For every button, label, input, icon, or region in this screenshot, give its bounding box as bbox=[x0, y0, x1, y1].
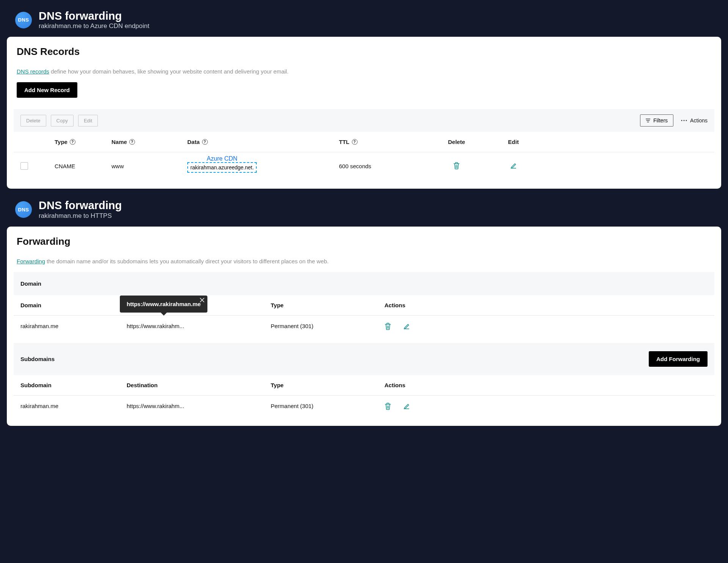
domain-row: rakirahman.me https://www.rakirahm... Pe… bbox=[14, 316, 714, 337]
delete-subforward-button[interactable] bbox=[384, 402, 391, 410]
toolbar-edit-button[interactable]: Edit bbox=[78, 115, 98, 127]
domain-type: Permanent (301) bbox=[271, 323, 384, 329]
domain-dest: https://www.rakirahm... bbox=[127, 323, 271, 329]
col-data: Data bbox=[187, 139, 200, 145]
actions-menu[interactable]: Actions bbox=[681, 117, 708, 124]
records-toolbar: Delete Copy Edit Filters Actions bbox=[14, 109, 714, 132]
trash-icon bbox=[453, 162, 460, 169]
add-new-record-button[interactable]: Add New Record bbox=[17, 82, 77, 98]
domain-value: rakirahman.me bbox=[20, 323, 127, 329]
col-fwd-actions: Actions bbox=[384, 302, 708, 308]
tooltip-close-button[interactable] bbox=[200, 298, 204, 302]
col-sub-type: Type bbox=[271, 382, 384, 388]
section-domain-label: Domain bbox=[20, 280, 41, 287]
edit-row-button[interactable] bbox=[510, 162, 517, 169]
col-fwd-type: Type bbox=[271, 302, 384, 308]
card1-intro: DNS records define how your domain behav… bbox=[17, 68, 714, 75]
section-subdomains-label: Subdomains bbox=[20, 356, 55, 362]
row-data-box: Azure CDN rakirahman.azureedge.net. bbox=[187, 162, 257, 173]
row-type: CNAME bbox=[55, 163, 111, 169]
dns-records-link[interactable]: DNS records bbox=[17, 68, 49, 75]
section-subdomains-header: Subdomains Add Forwarding bbox=[14, 343, 714, 375]
page-header-2: DNS DNS forwarding rakirahman.me to HTTP… bbox=[7, 196, 721, 226]
add-forwarding-button[interactable]: Add Forwarding bbox=[649, 351, 708, 367]
filters-button[interactable]: Filters bbox=[640, 114, 673, 127]
card2-title: Forwarding bbox=[17, 236, 714, 247]
forwarding-card: Forwarding Forwarding the domain name an… bbox=[7, 227, 721, 426]
help-icon[interactable]: ? bbox=[129, 139, 135, 145]
more-icon bbox=[681, 120, 687, 121]
row-ttl: 600 seconds bbox=[339, 163, 422, 169]
col-type: Type bbox=[55, 139, 67, 145]
page-title-2: DNS forwarding bbox=[39, 199, 122, 212]
domain-table-header: Domain Type Actions https://www.rakirahm… bbox=[14, 295, 714, 316]
help-icon[interactable]: ? bbox=[70, 139, 75, 145]
dns-badge-icon: DNS bbox=[15, 201, 32, 218]
col-edit: Edit bbox=[491, 139, 536, 145]
page-header-1: DNS DNS forwarding rakirahman.me to Azur… bbox=[7, 7, 721, 37]
trash-icon bbox=[384, 402, 391, 410]
toolbar-copy-button[interactable]: Copy bbox=[51, 115, 74, 127]
toolbar-delete-button[interactable]: Delete bbox=[20, 115, 46, 127]
page-subtitle-2: rakirahman.me to HTTPS bbox=[39, 212, 122, 220]
subdomain-table-header: Subdomain Destination Type Actions bbox=[14, 375, 714, 396]
card2-intro-rest: the domain name and/or its subdomains le… bbox=[45, 258, 329, 264]
dns-badge-icon: DNS bbox=[15, 12, 32, 28]
filters-label: Filters bbox=[653, 117, 668, 124]
tooltip-text: https://www.rakirahman.me bbox=[127, 301, 201, 307]
edit-forward-button[interactable] bbox=[403, 322, 410, 330]
table-row: CNAME www Azure CDN rakirahman.azureedge… bbox=[14, 152, 714, 180]
forwarding-link[interactable]: Forwarding bbox=[17, 258, 45, 264]
pencil-icon bbox=[510, 162, 517, 169]
actions-label: Actions bbox=[690, 117, 708, 124]
svg-point-2 bbox=[686, 120, 687, 121]
col-name: Name bbox=[111, 139, 127, 145]
pencil-icon bbox=[403, 402, 410, 410]
card1-title: DNS Records bbox=[17, 46, 714, 58]
col-sub-actions: Actions bbox=[384, 382, 708, 388]
edit-subforward-button[interactable] bbox=[403, 402, 410, 410]
row-checkbox[interactable] bbox=[20, 162, 28, 170]
dns-records-card: DNS Records DNS records define how your … bbox=[7, 37, 721, 189]
col-subdomain: Subdomain bbox=[20, 382, 127, 388]
card2-intro: Forwarding the domain name and/or its su… bbox=[17, 258, 714, 264]
trash-icon bbox=[384, 322, 391, 330]
azure-cdn-label: Azure CDN bbox=[207, 155, 237, 162]
pencil-icon bbox=[403, 322, 410, 330]
col-domain: Domain bbox=[20, 302, 127, 308]
row-data-value: rakirahman.azureedge.net. bbox=[190, 164, 254, 170]
svg-point-1 bbox=[684, 120, 685, 121]
help-icon[interactable]: ? bbox=[202, 139, 208, 145]
card1-intro-rest: define how your domain behaves, like sho… bbox=[49, 68, 289, 75]
destination-tooltip: https://www.rakirahman.me bbox=[120, 296, 207, 313]
section-domain-header: Domain bbox=[14, 272, 714, 295]
help-icon[interactable]: ? bbox=[352, 139, 358, 145]
page-title-1: DNS forwarding bbox=[39, 10, 149, 22]
subdomain-row: rakirahman.me https://www.rakirahm... Pe… bbox=[14, 396, 714, 417]
delete-forward-button[interactable] bbox=[384, 322, 391, 330]
filter-icon bbox=[646, 119, 650, 122]
col-delete: Delete bbox=[422, 139, 491, 145]
subdomain-type: Permanent (301) bbox=[271, 403, 384, 409]
page-subtitle-1: rakirahman.me to Azure CDN endpoint bbox=[39, 22, 149, 30]
row-name: www bbox=[111, 163, 187, 169]
svg-point-0 bbox=[681, 120, 682, 121]
col-ttl: TTL bbox=[339, 139, 350, 145]
subdomain-dest: https://www.rakirahm... bbox=[127, 403, 271, 409]
col-destination: Destination bbox=[127, 382, 271, 388]
records-table-header: Type? Name? Data? TTL? Delete Edit bbox=[14, 132, 714, 152]
delete-row-button[interactable] bbox=[453, 162, 460, 169]
subdomain-value: rakirahman.me bbox=[20, 403, 127, 409]
close-icon bbox=[200, 298, 204, 302]
